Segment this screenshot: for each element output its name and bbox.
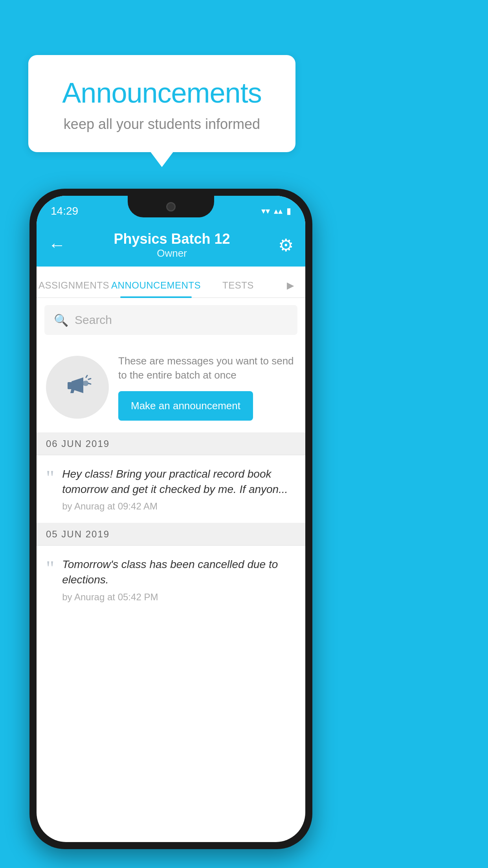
- megaphone-icon: [62, 371, 93, 403]
- speech-bubble-container: Announcements keep all your students inf…: [28, 55, 295, 152]
- signal-icon: ▴▴: [274, 206, 283, 216]
- battery-icon: ▮: [286, 206, 291, 216]
- camera: [166, 202, 176, 211]
- tab-assignments[interactable]: ASSIGNMENTS: [37, 280, 111, 297]
- svg-line-3: [88, 383, 91, 384]
- phone-mockup: 14:29 ▾▾ ▴▴ ▮ ← Physics Batch 12 Owner ⚙…: [29, 189, 312, 849]
- search-bar[interactable]: 🔍 Search: [44, 305, 297, 335]
- promo-description: These are messages you want to send to t…: [118, 354, 296, 383]
- svg-rect-0: [68, 382, 72, 389]
- settings-icon[interactable]: ⚙: [278, 235, 294, 255]
- date-separator-2: 05 JUN 2019: [37, 523, 305, 546]
- speech-bubble-title: Announcements: [52, 77, 272, 109]
- phone-outer: 14:29 ▾▾ ▴▴ ▮ ← Physics Batch 12 Owner ⚙…: [29, 189, 312, 849]
- megaphone-circle: [46, 356, 109, 419]
- announcement-message-2: Tomorrow's class has been cancelled due …: [62, 557, 296, 587]
- status-time: 14:29: [51, 205, 78, 217]
- announcement-meta-1: by Anurag at 09:42 AM: [62, 501, 296, 512]
- content-area: 🔍 Search: [37, 298, 305, 614]
- quote-icon-2: ": [46, 558, 54, 579]
- app-bar-subtitle: Owner: [114, 247, 230, 259]
- announcement-text-1: Hey class! Bring your practical record b…: [62, 466, 296, 512]
- svg-line-2: [88, 379, 91, 379]
- app-bar-title: Physics Batch 12: [114, 231, 230, 247]
- back-button[interactable]: ←: [48, 235, 66, 255]
- announcement-meta-2: by Anurag at 05:42 PM: [62, 592, 296, 603]
- status-icons: ▾▾ ▴▴ ▮: [261, 206, 291, 216]
- announcement-item-2[interactable]: " Tomorrow's class has been cancelled du…: [37, 546, 305, 613]
- search-input[interactable]: Search: [75, 313, 112, 327]
- phone-notch: [128, 196, 214, 217]
- tab-more[interactable]: ▶: [275, 280, 305, 297]
- announcement-message-1: Hey class! Bring your practical record b…: [62, 466, 296, 497]
- search-icon: 🔍: [54, 313, 68, 327]
- announcement-item-1[interactable]: " Hey class! Bring your practical record…: [37, 455, 305, 523]
- promo-section: These are messages you want to send to t…: [37, 342, 305, 433]
- phone-screen: 14:29 ▾▾ ▴▴ ▮ ← Physics Batch 12 Owner ⚙…: [37, 196, 305, 842]
- announcement-text-2: Tomorrow's class has been cancelled due …: [62, 557, 296, 602]
- quote-icon-1: ": [46, 468, 54, 488]
- speech-bubble: Announcements keep all your students inf…: [28, 55, 295, 152]
- date-separator-1: 06 JUN 2019: [37, 433, 305, 455]
- promo-text-area: These are messages you want to send to t…: [118, 354, 296, 421]
- app-bar-title-area: Physics Batch 12 Owner: [114, 231, 230, 259]
- tab-announcements[interactable]: ANNOUNCEMENTS: [111, 280, 201, 297]
- svg-line-1: [86, 375, 87, 377]
- tabs-bar: ASSIGNMENTS ANNOUNCEMENTS TESTS ▶: [37, 267, 305, 298]
- wifi-icon: ▾▾: [261, 206, 270, 216]
- speech-bubble-subtitle: keep all your students informed: [52, 116, 272, 132]
- make-announcement-button[interactable]: Make an announcement: [118, 391, 253, 421]
- tab-tests[interactable]: TESTS: [201, 280, 275, 297]
- search-container: 🔍 Search: [37, 298, 305, 342]
- app-bar: ← Physics Batch 12 Owner ⚙: [37, 223, 305, 267]
